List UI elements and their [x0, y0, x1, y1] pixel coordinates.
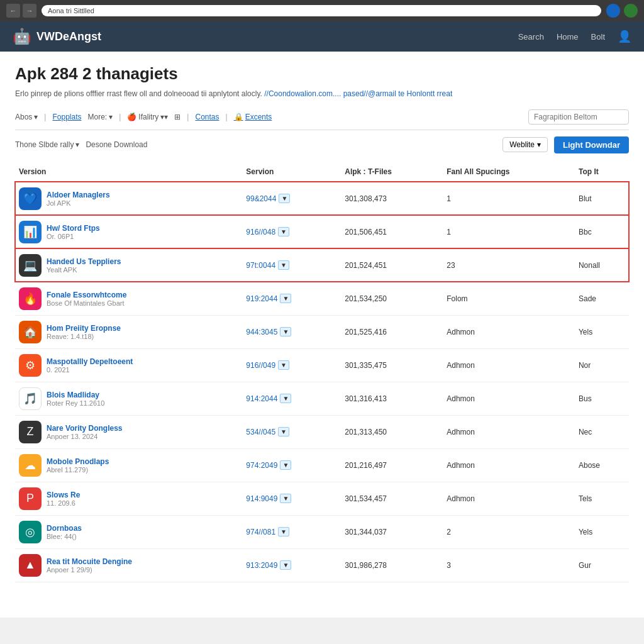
browser-icon-1[interactable]: [606, 4, 620, 18]
version-dropdown[interactable]: ▼: [280, 394, 291, 403]
version-dropdown[interactable]: ▼: [280, 560, 291, 570]
app-name-cell: 🏠 Hom Preiity Eropnse Reave: 1.4.t18): [15, 315, 242, 348]
app-name[interactable]: Dornboas: [47, 524, 82, 533]
version-text[interactable]: 974//081: [246, 528, 275, 536]
version-dropdown[interactable]: ▼: [279, 194, 290, 203]
browser-chrome: ← → Aona tri Sittlled: [0, 0, 644, 21]
fans-count: 23: [443, 248, 575, 282]
desc-link-1[interactable]: //Coondowalion.com....: [264, 89, 341, 98]
abos-label: Abos: [15, 113, 32, 121]
app-name-cell: 📊 Hw/ Stord Ftps Or. 06P1: [15, 215, 242, 248]
fans-count: Folom: [443, 282, 575, 315]
fans-count: Adhmon: [443, 382, 575, 415]
version-text[interactable]: 914:9049: [246, 494, 277, 503]
sep-2: |: [119, 113, 121, 121]
more-chevron[interactable]: ▾: [109, 113, 113, 121]
toolbar-contas[interactable]: Contas: [195, 113, 219, 121]
apk-size: 201,506,451: [341, 215, 443, 248]
search-input[interactable]: [528, 109, 629, 125]
desone-download[interactable]: Desone Download: [86, 140, 147, 149]
app-name-cell: P Slows Re 11. 209.6: [15, 482, 242, 515]
version-text[interactable]: 97t:0044: [246, 261, 275, 270]
app-sub: 11. 209.6: [47, 499, 80, 507]
app-name[interactable]: Slows Re: [47, 491, 80, 499]
toolbar-excents[interactable]: 🔒 Excents: [234, 113, 272, 121]
app-title: VWDeAngst: [36, 30, 101, 43]
version-dropdown[interactable]: ▼: [278, 527, 289, 536]
version-cell: 916//049 ▼: [242, 348, 341, 382]
top-value: Bbc: [575, 215, 629, 248]
address-bar[interactable]: Aona tri Sittlled: [42, 5, 601, 16]
phone-rally[interactable]: Thone Slbde rally ▾: [15, 140, 79, 149]
abos-chevron[interactable]: ▾: [34, 113, 38, 121]
app-icon: ▲: [19, 554, 42, 577]
forward-button[interactable]: →: [23, 4, 36, 18]
app-name[interactable]: Nare Vority Dongless: [47, 424, 122, 433]
version-dropdown[interactable]: ▼: [278, 260, 289, 270]
desc-link-3[interactable]: Honlontt rreat: [407, 89, 453, 98]
browser-nav[interactable]: ← →: [6, 4, 36, 18]
app-name[interactable]: Fonale Essorwhtcome: [47, 291, 126, 299]
version-dropdown[interactable]: ▼: [280, 494, 291, 503]
user-icon[interactable]: 👤: [618, 30, 631, 43]
version-dropdown[interactable]: ▼: [278, 227, 289, 236]
top-value: Yels: [575, 315, 629, 348]
version-dropdown[interactable]: ▼: [278, 360, 289, 370]
version-text[interactable]: 914:2044: [246, 394, 277, 403]
version-text[interactable]: 974:2049: [246, 461, 277, 470]
toolbar-more[interactable]: More: ▾: [88, 113, 113, 121]
version-text[interactable]: 919:2044: [246, 294, 277, 303]
app-icon: P: [19, 487, 42, 510]
ifalitry-label: Ifalitry: [138, 113, 158, 121]
version-dropdown[interactable]: ▼: [280, 327, 291, 336]
table-row: ◎ Dornboas Blee: 44() 974//081 ▼ 301,344…: [15, 515, 629, 548]
apk-size: 201,313,450: [341, 415, 443, 448]
app-name-cell: ▲ Rea tit Mocuite Dengine Anpoer 1 29/9): [15, 548, 242, 582]
toolbar-ifalitry[interactable]: 🍎 Ifalitry ▾▾: [127, 113, 168, 121]
version-text[interactable]: 916//048: [246, 228, 275, 236]
version-dropdown[interactable]: ▼: [278, 427, 289, 436]
app-sub: Anpoer 1 29/9): [47, 566, 132, 574]
phone-rally-chevron[interactable]: ▾: [75, 140, 79, 149]
toolbar-grid[interactable]: ⊞: [174, 113, 180, 121]
app-name[interactable]: Handed Us Teppliers: [47, 257, 121, 266]
app-name[interactable]: Rea tit Mocuite Dengine: [47, 557, 132, 566]
app-icon: ☁: [19, 454, 42, 477]
app-name[interactable]: Blois Madliday: [47, 391, 104, 399]
apk-size: 301,986,278: [341, 548, 443, 582]
version-dropdown[interactable]: ▼: [280, 294, 291, 303]
sep-3: |: [187, 113, 189, 121]
website-button[interactable]: Weblite ▾: [502, 137, 548, 152]
back-button[interactable]: ←: [6, 4, 20, 18]
app-sub: 0. 2021: [47, 366, 133, 374]
version-text[interactable]: 534//045: [246, 428, 275, 436]
version-text[interactable]: 916//049: [246, 361, 275, 370]
version-dropdown[interactable]: ▼: [280, 460, 291, 470]
app-name[interactable]: Mobole Pnodlaps: [47, 457, 109, 466]
download-button[interactable]: Light Downdar: [554, 136, 629, 153]
apk-size: 301,534,457: [341, 482, 443, 515]
page-title: Apk 284 2 thanagiets: [15, 64, 629, 84]
ifalitry-chevron[interactable]: ▾▾: [160, 113, 168, 121]
table-header-row: Version Servion Alpk : T-Files Fanl All …: [15, 162, 629, 182]
nav-bolt[interactable]: Bolt: [591, 32, 605, 42]
toolbar-fopplats[interactable]: Fopplats: [52, 113, 81, 121]
website-label: Weblite: [509, 140, 535, 149]
browser-icon-2[interactable]: [624, 4, 638, 18]
app-sub: Reave: 1.4.t18): [47, 333, 121, 340]
app-name[interactable]: Hw/ Stord Ftps: [47, 224, 100, 233]
apk-size: 301,344,037: [341, 515, 443, 548]
version-text[interactable]: 99&2044: [246, 194, 276, 203]
app-name[interactable]: Aldoer Managlers: [47, 191, 110, 199]
app-name[interactable]: Maspotallly Depeltoeent: [47, 357, 133, 366]
version-cell: 534//045 ▼: [242, 415, 341, 448]
desc-link-2[interactable]: pased//@armail te: [343, 89, 405, 98]
version-text[interactable]: 913:2049: [246, 561, 277, 570]
app-name[interactable]: Hom Preiity Eropnse: [47, 324, 121, 333]
nav-home[interactable]: Home: [557, 32, 579, 42]
version-cell: 99&2044 ▼: [242, 182, 341, 216]
nav-search[interactable]: Search: [518, 32, 544, 42]
toolbar-abos[interactable]: Abos ▾: [15, 113, 38, 121]
app-header: 🤖 VWDeAngst Search Home Bolt 👤: [0, 21, 644, 52]
version-text[interactable]: 944:3045: [246, 328, 277, 336]
